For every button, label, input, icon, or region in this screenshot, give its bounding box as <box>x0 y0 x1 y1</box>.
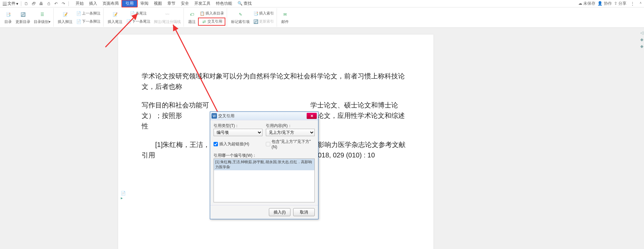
reference-content-select[interactable]: 见上方/见下方 <box>266 129 315 136</box>
mail-button[interactable]: ✉邮件 <box>280 10 290 25</box>
ref-content-label: 引用内容(R)： <box>266 123 292 128</box>
toc-button[interactable]: 📑目录 <box>3 10 13 25</box>
next-footnote-button[interactable]: 📄下一条脚注 <box>75 18 102 26</box>
include-above-below-checkbox <box>266 142 270 146</box>
numbered-items-listbox[interactable]: [1] 朱红梅,王洁,钟映茹,孙宇航,胡永国,张大志,任红．高影响力医学杂 <box>214 158 315 202</box>
file-menu[interactable]: 文件 ▾ <box>1 1 20 6</box>
cross-reference-button[interactable]: ⇄交叉引用 <box>198 18 225 26</box>
update-index-button[interactable]: 🔄更新索引 <box>252 18 275 26</box>
tab-start[interactable]: 开始 <box>73 0 86 7</box>
dialog-body: 引用类型(T)： 编号项 引用内容(R)： 见上方/见下方 插入为超链接(H) <box>210 120 318 205</box>
tab-security[interactable]: 安全 <box>178 0 192 7</box>
expand-icon[interactable]: ＾ <box>639 1 643 6</box>
find-button[interactable]: 🔍 查找 <box>235 0 254 7</box>
dialog-title: 交叉引用 <box>218 113 234 119</box>
prev-endnote-button[interactable]: 📄条尾注 <box>124 9 152 18</box>
insert-as-hyperlink-checkbox[interactable] <box>214 142 218 146</box>
share-button[interactable]: ⇪ 分享 <box>614 1 626 6</box>
tab-special[interactable]: 特色功能 <box>213 0 235 7</box>
tab-review[interactable]: 审阅 <box>138 0 151 7</box>
wps-icon: W <box>212 113 217 119</box>
tab-chapter[interactable]: 章节 <box>165 0 178 7</box>
tool-icon[interactable]: ◆ <box>640 37 643 42</box>
dialog-titlebar[interactable]: W 交叉引用 ✕ <box>210 112 318 120</box>
file-label: 文件 <box>7 1 16 6</box>
insert-endnote-button[interactable]: 📝插入尾注 <box>106 10 124 25</box>
group-toc: 📑目录 🔄更新目录 ☰目录级别▾ <box>1 8 54 27</box>
which-item-label: 引用哪一个编号项(W)： <box>214 153 256 158</box>
update-toc-button[interactable]: 🔄更新目录 <box>14 10 32 25</box>
tab-dev-tools[interactable]: 开发工具 <box>192 0 213 7</box>
mark-index-button[interactable]: ✎标记索引项 <box>230 10 251 25</box>
ribbon: 📑目录 🔄更新目录 ☰目录级别▾ 📝插入脚注 📄上一条脚注 📄下一条脚注 📝插入… <box>0 7 644 28</box>
topbar: 文件 ▾ 🗋 🗗 🖶 ⎙ ↶ ↷ 开始 插入 页面布局 引用 审阅 视图 章节 … <box>0 0 644 7</box>
cross-reference-dialog: W 交叉引用 ✕ 引用类型(T)： 编号项 引用内容(R)： 见上方/见下方 <box>210 111 318 219</box>
unsaved-status[interactable]: ☁ 未保存 <box>578 1 595 6</box>
collaborate-button[interactable]: 👤 协作 <box>597 1 612 6</box>
next-endnote-button[interactable]: 📄下一条尾注 <box>124 18 152 26</box>
cancel-button[interactable]: 取消 <box>293 208 315 216</box>
include-above-label: 包含"见上方"/"见下方"(N) <box>272 139 315 149</box>
tab-page-layout[interactable]: 页面布局 <box>100 0 121 7</box>
prev-footnote-button[interactable]: 📄上一条脚注 <box>75 9 102 18</box>
paragraph-mark-icon: 📄 ▸ <box>121 191 125 196</box>
divider <box>68 1 69 6</box>
expand-panel-icon[interactable]: ◁ <box>640 30 643 35</box>
tab-references[interactable]: 引用 <box>121 0 138 7</box>
more-icon[interactable]: ⋮ <box>628 1 637 6</box>
topbar-right: ☁ 未保存 👤 协作 ⇪ 分享 ⋮ ＾ <box>578 1 643 6</box>
find-label: 查找 <box>244 1 252 6</box>
reference-type-select[interactable]: 编号项 <box>214 129 262 136</box>
insert-figure-toc-button[interactable]: 📋插入表目录 <box>198 9 225 18</box>
side-toolbar: ◁ ◆ ◆ <box>639 28 644 249</box>
group-endnote: 📝插入尾注 📄条尾注 📄下一条尾注 〰脚注/尾注分隔线 <box>105 8 184 27</box>
new-icon[interactable]: 🗋 <box>23 1 29 6</box>
tool-icon[interactable]: ◆ <box>640 44 643 49</box>
insert-index-button[interactable]: 📑插入索引 <box>252 9 275 18</box>
footnote-separator-button[interactable]: 〰脚注/尾注分隔线 <box>152 10 182 25</box>
hamburger-icon <box>3 2 7 5</box>
toc-level-button[interactable]: ☰目录级别▾ <box>32 10 52 25</box>
document-area: 学术论文按研究领域和对象可以分为自然科学论文和社会科学论文，前者习惯上称科技论文… <box>0 28 644 249</box>
ref-type-label: 引用类型(T)： <box>214 123 239 128</box>
ribbon-tabs: 开始 插入 页面布局 引用 审阅 视图 章节 安全 开发工具 特色功能 🔍 查找 <box>73 0 254 7</box>
dialog-buttons: 插入(I) 取消 <box>210 205 318 219</box>
redo-icon[interactable]: ↷ <box>60 1 66 6</box>
tab-insert[interactable]: 插入 <box>86 0 100 7</box>
group-footnote: 📝插入脚注 📄上一条脚注 📄下一条脚注 <box>55 8 104 27</box>
chevron-down-icon: ▾ <box>16 1 18 6</box>
search-icon: 🔍 <box>237 1 243 6</box>
group-mail: ✉邮件 <box>278 8 292 27</box>
divider <box>21 1 21 6</box>
caption-button[interactable]: 🏷题注 <box>187 10 197 25</box>
insert-button[interactable]: 插入(I) <box>269 208 290 216</box>
close-button[interactable]: ✕ <box>307 113 317 119</box>
group-caption: 🏷题注 📋插入表目录 ⇄交叉引用 <box>185 8 227 27</box>
open-icon[interactable]: 🗗 <box>31 1 37 6</box>
group-index: ✎标记索引项 📑插入索引 🔄更新索引 <box>228 8 277 27</box>
undo-icon[interactable]: ↶ <box>53 1 59 6</box>
insert-footnote-button[interactable]: 📝插入脚注 <box>56 10 74 25</box>
paragraph[interactable]: 学术论文按研究领域和对象可以分为自然科学论文和社会科学论文，前者习惯上称科技论文… <box>142 71 410 92</box>
hyperlink-label: 插入为超链接(H) <box>219 141 249 147</box>
list-item[interactable]: [1] 朱红梅,王洁,钟映茹,孙宇航,胡永国,张大志,任红．高影响力医学杂 <box>214 159 314 170</box>
print-icon[interactable]: 🖶 <box>38 1 44 6</box>
preview-icon[interactable]: ⎙ <box>46 1 52 6</box>
tab-view[interactable]: 视图 <box>151 0 165 7</box>
